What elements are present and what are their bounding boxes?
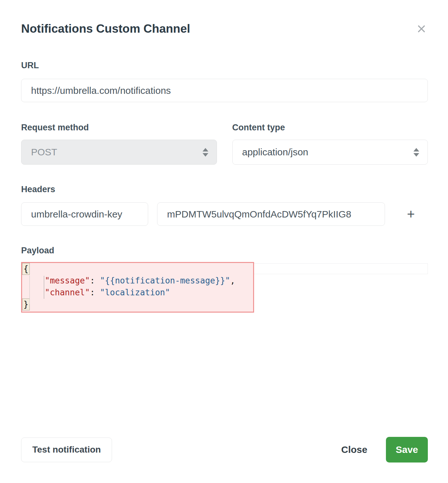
test-notification-button[interactable]: Test notification: [21, 438, 112, 462]
indent-guide-line: [44, 276, 44, 299]
request-method-value: POST: [31, 147, 57, 158]
page-title: Notifications Custom Channel: [21, 22, 190, 36]
json-comma: ,: [230, 276, 235, 285]
json-key: "message": [45, 276, 90, 285]
close-button[interactable]: Close: [341, 444, 367, 455]
dialog-header: Notifications Custom Channel: [21, 0, 428, 36]
code-line-message: "message": "{{notification-message}}",: [22, 275, 253, 287]
request-method-group: Request method POST: [21, 123, 217, 165]
code-line-channel: "channel": "localization": [22, 287, 253, 299]
json-value: "localization": [100, 288, 170, 297]
url-field-group: URL: [21, 61, 428, 102]
matched-bracket-close: }: [22, 299, 30, 310]
code-line-close: }: [22, 299, 253, 310]
headers-label: Headers: [21, 184, 428, 194]
request-method-select[interactable]: POST: [21, 140, 217, 165]
payload-label: Payload: [21, 246, 428, 256]
header-value-input[interactable]: [157, 202, 385, 226]
url-label: URL: [21, 61, 428, 70]
payload-field-group: Payload { "message": "{{notification-mes…: [21, 246, 428, 314]
method-content-row: Request method POST Content type applica…: [21, 123, 428, 165]
payload-code-error-highlight[interactable]: { "message": "{{notification-message}}",…: [21, 262, 254, 313]
content-type-value: application/json: [242, 147, 308, 158]
json-key: "channel": [45, 288, 90, 297]
add-header-wrap: +: [394, 208, 428, 221]
payload-editor[interactable]: { "message": "{{notification-message}}",…: [21, 262, 428, 314]
header-row: +: [21, 202, 428, 226]
notifications-custom-channel-dialog: Notifications Custom Channel URL Request…: [0, 0, 448, 483]
json-colon: :: [90, 288, 100, 297]
save-button[interactable]: Save: [386, 437, 428, 463]
footer-actions: Close Save: [341, 437, 428, 463]
gutter-line: [29, 275, 30, 304]
dialog-footer: Test notification Close Save: [21, 437, 428, 463]
content-type-group: Content type application/json: [232, 123, 428, 165]
url-input[interactable]: [21, 79, 428, 102]
select-arrows-icon: [413, 148, 419, 157]
select-arrows-icon: [203, 148, 208, 157]
add-header-button[interactable]: +: [404, 208, 418, 221]
json-colon: :: [90, 276, 100, 285]
json-value: "{{notification-message}}": [100, 276, 230, 285]
modal-close-button[interactable]: [415, 22, 428, 36]
matched-bracket-open: {: [22, 263, 30, 275]
content-type-select[interactable]: application/json: [232, 140, 428, 165]
content-type-label: Content type: [232, 123, 428, 133]
code-line-open: {: [22, 263, 253, 275]
request-method-label: Request method: [21, 123, 217, 133]
headers-field-group: Headers +: [21, 184, 428, 226]
close-icon: [415, 31, 428, 36]
plus-icon: +: [407, 207, 415, 222]
header-key-input[interactable]: [21, 202, 148, 226]
